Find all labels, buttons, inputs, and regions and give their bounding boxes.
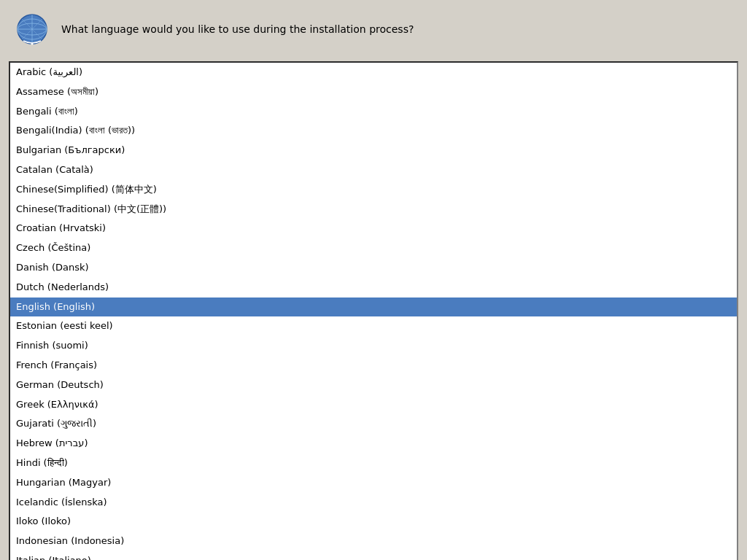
language-item[interactable]: Bengali(India) (বাংলা (ভারত)) [10,121,737,141]
language-item[interactable]: Estonian (eesti keel) [10,316,737,336]
language-list-container: Arabic (العربية)Assamese (অসমীয়া)Bengal… [9,61,738,560]
language-item[interactable]: Iloko (Iloko) [10,512,737,532]
language-item[interactable]: Bulgarian (Български) [10,141,737,160]
language-item[interactable]: English (English) [10,298,737,317]
main-content: Arabic (العربية)Assamese (অসমীয়া)Bengal… [0,58,747,560]
language-item[interactable]: Chinese(Simplified) (简体中文) [10,180,737,200]
language-item[interactable]: Chinese(Traditional) (中文(正體)) [10,200,737,219]
language-item[interactable]: Hungarian (Magyar) [10,473,737,493]
language-item[interactable]: Catalan (Català) [10,160,737,180]
language-item[interactable]: Dutch (Nederlands) [10,278,737,298]
language-item[interactable]: Greek (Ελληνικά) [10,395,737,415]
language-item[interactable]: Danish (Dansk) [10,258,737,278]
language-item[interactable]: Indonesian (Indonesia) [10,532,737,551]
language-item[interactable]: Icelandic (Íslenska) [10,493,737,513]
language-list[interactable]: Arabic (العربية)Assamese (অসমীয়া)Bengal… [10,63,737,560]
language-item[interactable]: Italian (Italiano) [10,551,737,560]
svg-point-7 [31,43,34,45]
globe-icon [15,12,50,47]
language-item[interactable]: Czech (Čeština) [10,238,737,258]
language-item[interactable]: Hebrew (עברית) [10,434,737,454]
language-item[interactable]: Finnish (suomi) [10,336,737,356]
language-item[interactable]: Arabic (العربية) [10,63,737,82]
language-item[interactable]: Bengali (বাংলা) [10,102,737,122]
language-item[interactable]: Gujarati (ગુજરાતી) [10,414,737,434]
language-item[interactable]: German (Deutsch) [10,376,737,395]
header-question: What language would you like to use duri… [61,22,414,37]
language-item[interactable]: Hindi (हिन्दी) [10,454,737,473]
language-item[interactable]: Croatian (Hrvatski) [10,219,737,238]
language-item[interactable]: Assamese (অসমীয়া) [10,82,737,102]
header: What language would you like to use duri… [0,0,747,58]
language-item[interactable]: French (Français) [10,356,737,376]
